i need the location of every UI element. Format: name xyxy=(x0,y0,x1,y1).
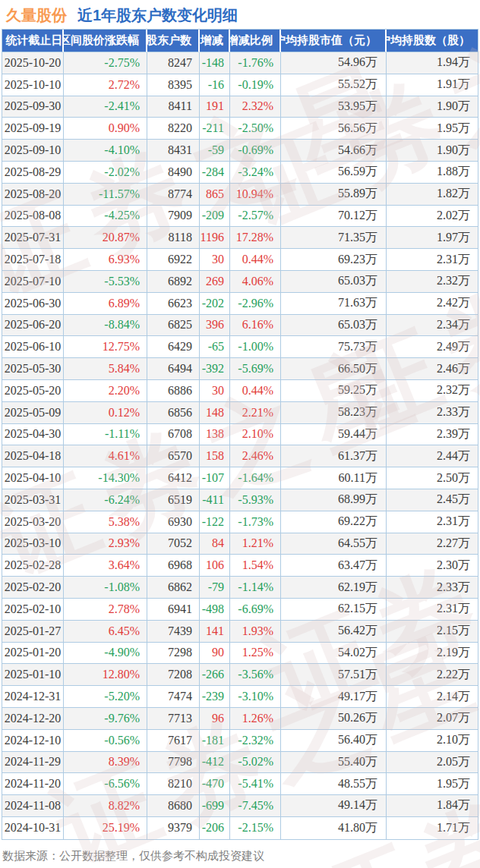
table-cell: 1.95万 xyxy=(387,118,478,140)
table-cell: 2025-01-27 xyxy=(2,621,64,643)
table-cell: 70.12万 xyxy=(281,206,387,228)
table-cell: 2025-05-09 xyxy=(2,402,64,424)
table-cell: 6708 xyxy=(147,424,200,446)
table-cell: 2.32% xyxy=(230,96,281,118)
table-cell: 5.38% xyxy=(64,511,147,533)
table-body: 2025-10-20-2.75%8247-148-1.76%54.96万1.94… xyxy=(2,52,478,839)
table-cell: 2025-09-10 xyxy=(2,140,64,162)
table-cell: 6.93% xyxy=(64,249,147,271)
table-cell: 2025-09-30 xyxy=(2,96,64,118)
table-row: 2024-11-088.82%8680-699-7.45%49.14万1.84万 xyxy=(2,795,478,817)
table-cell: 2.93% xyxy=(64,533,147,555)
table-cell: 2.14万 xyxy=(387,686,478,708)
table-cell: -5.93% xyxy=(230,489,281,511)
table-cell: 7474 xyxy=(147,686,200,708)
table-cell: 2.49万 xyxy=(387,336,478,358)
table-row: 2025-07-10-5.53%68922694.06%65.03万2.32万 xyxy=(2,271,478,293)
table-cell: -14.30% xyxy=(64,467,147,489)
table-cell: 2025-07-31 xyxy=(2,227,64,249)
table-cell: 2.39万 xyxy=(387,424,478,446)
table-cell: 55.52万 xyxy=(281,74,387,96)
table-cell: -2.32% xyxy=(230,730,281,752)
column-header-date: 统计截止日 xyxy=(2,30,64,52)
table-cell: -206 xyxy=(200,817,230,839)
table-cell: 2.20% xyxy=(64,380,147,402)
table-cell: 2.05万 xyxy=(387,752,478,774)
table-cell: -5.41% xyxy=(230,773,281,795)
column-header-avg-shares: 户均持股数（股） xyxy=(387,30,478,52)
table-cell: 65.03万 xyxy=(281,271,387,293)
table-cell: 12.75% xyxy=(64,336,147,358)
table-cell: -5.20% xyxy=(64,686,147,708)
table-cell: 61.37万 xyxy=(281,445,387,467)
table-cell: 8411 xyxy=(147,96,200,118)
table-row: 2025-07-3120.87%8118119617.28%71.35万1.97… xyxy=(2,227,478,249)
table-cell: 8395 xyxy=(147,74,200,96)
table-cell: 2024-11-20 xyxy=(2,773,64,795)
table-cell: 8247 xyxy=(147,52,200,74)
table-cell: 2025-05-20 xyxy=(2,380,64,402)
table-cell: 106 xyxy=(200,555,230,577)
table-cell: 7298 xyxy=(147,643,200,665)
table-cell: 138 xyxy=(200,424,230,446)
table-row: 2025-08-08-4.25%7909-209-2.57%70.12万2.02… xyxy=(2,206,478,228)
table-cell: -470 xyxy=(200,773,230,795)
table-cell: 2024-11-29 xyxy=(2,752,64,774)
table-cell: 66.50万 xyxy=(281,358,387,380)
table-cell: 2.31万 xyxy=(387,599,478,621)
table-cell: 58.23万 xyxy=(281,402,387,424)
table-cell: 2.33万 xyxy=(387,402,478,424)
table-cell: 2025-10-20 xyxy=(2,52,64,74)
table-cell: 6.16% xyxy=(230,315,281,337)
table-cell: 7617 xyxy=(147,730,200,752)
table-row: 2024-11-20-6.56%8210-470-5.41%48.55万1.95… xyxy=(2,773,478,795)
table-cell: -181 xyxy=(200,730,230,752)
table-cell: 2025-07-10 xyxy=(2,271,64,293)
table-cell: 49.17万 xyxy=(281,686,387,708)
table-cell: 2025-03-20 xyxy=(2,511,64,533)
table-cell: -79 xyxy=(200,577,230,599)
table-cell: -1.73% xyxy=(230,511,281,533)
column-header-avg-value: 户均持股市值（元） xyxy=(281,30,387,52)
table-cell: 1.90万 xyxy=(387,96,478,118)
table-cell: 56.40万 xyxy=(281,730,387,752)
table-row: 2025-09-190.90%8220-211-2.50%56.56万1.95万 xyxy=(2,118,478,140)
table-cell: 6429 xyxy=(147,336,200,358)
table-cell: -202 xyxy=(200,293,230,315)
table-cell: 2.02万 xyxy=(387,206,478,228)
shareholder-table: 统计截止日 区间股价涨跌幅 股东户数 增减 增减比例 户均持股市值（元） 户均持… xyxy=(2,29,478,840)
table-cell: 6930 xyxy=(147,511,200,533)
table-cell: 6623 xyxy=(147,293,200,315)
table-row: 2025-05-202.20%6886300.44%59.25万2.32万 xyxy=(2,380,478,402)
column-header-delta: 增减 xyxy=(200,30,230,52)
table-cell: -0.69% xyxy=(230,140,281,162)
table-cell: 2024-12-20 xyxy=(2,708,64,730)
table-header-row: 统计截止日 区间股价涨跌幅 股东户数 增减 增减比例 户均持股市值（元） 户均持… xyxy=(2,30,478,52)
table-cell: 141 xyxy=(200,621,230,643)
table-cell: -2.41% xyxy=(64,96,147,118)
table-cell: 2.46万 xyxy=(387,358,478,380)
table-cell: 6892 xyxy=(147,271,200,293)
table-cell: 2025-01-20 xyxy=(2,643,64,665)
table-cell: 2.31万 xyxy=(387,511,478,533)
table-cell: -211 xyxy=(200,118,230,140)
table-cell: 2025-02-28 xyxy=(2,555,64,577)
table-cell: -2.75% xyxy=(64,52,147,74)
table-cell: 396 xyxy=(200,315,230,337)
table-row: 2025-01-1012.80%7208-266-3.56%57.51万2.22… xyxy=(2,664,478,686)
table-row: 2024-10-3125.19%9379-206-2.15%41.80万1.71… xyxy=(2,817,478,839)
table-cell: 6519 xyxy=(147,489,200,511)
table-cell: 2.10% xyxy=(230,424,281,446)
table-cell: 2.07万 xyxy=(387,708,478,730)
table-cell: 56.59万 xyxy=(281,162,387,184)
data-source-note: 数据来源：公开数据整理，仅供参考不构成投资建议 xyxy=(2,849,480,863)
table-cell: 1196 xyxy=(200,227,230,249)
table-row: 2025-04-30-1.11%67081382.10%59.44万2.39万 xyxy=(2,424,478,446)
table-row: 2024-12-20-9.76%7713961.26%50.26万2.07万 xyxy=(2,708,478,730)
table-cell: 75.73万 xyxy=(281,336,387,358)
table-cell: 2.42万 xyxy=(387,293,478,315)
table-cell: 2.19万 xyxy=(387,643,478,665)
table-cell: -16 xyxy=(200,74,230,96)
column-header-delta-pct: 增减比例 xyxy=(230,30,281,52)
table-cell: 2.22万 xyxy=(387,664,478,686)
